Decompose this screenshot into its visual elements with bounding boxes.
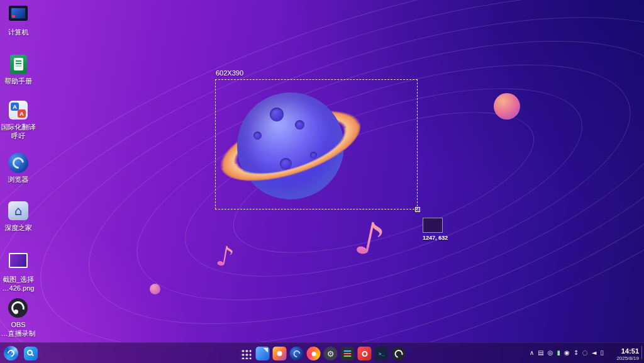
tray-expand-arrow-icon[interactable]: ∧ [530, 350, 534, 356]
search-button[interactable] [24, 347, 38, 360]
icon-label: …426.png [0, 284, 36, 293]
desktop-icon-deepin-home[interactable]: ⌂ 深度之家 [0, 201, 36, 232]
desktop-icon-obs[interactable]: OBS …直播录制 [0, 298, 36, 338]
deepin-logo-icon [6, 349, 16, 359]
desktop-icon-help-manual[interactable]: 帮助手册 [0, 54, 36, 86]
screenshot-selection-rect[interactable] [215, 79, 418, 209]
pixel-magnifier-preview [423, 218, 443, 233]
dock-file-manager-button[interactable] [256, 347, 270, 360]
terminal-icon: >_ [379, 351, 385, 357]
desktop-icon-screenshot-file[interactable]: 截图_选择 …426.png [0, 250, 36, 293]
tray-sync-icon[interactable]: ↕ [574, 350, 579, 356]
selection-size-label: 602X390 [216, 69, 243, 77]
icon-label: OBS [0, 320, 36, 329]
tray-usb-icon[interactable]: ◌ [582, 350, 588, 356]
music-icon [362, 351, 367, 357]
selection-resize-handle[interactable] [415, 207, 420, 212]
desktop-icon-i18n-translation[interactable]: AA 国际化翻译 呼吁 [0, 100, 36, 141]
computer-icon [9, 6, 28, 21]
dock-browser-button[interactable] [290, 347, 304, 360]
icon-label: 浏览器 [0, 175, 36, 184]
cursor-coordinates-label: 1247, 632 [423, 235, 448, 241]
app-store-icon [311, 352, 316, 356]
dock-obs-button[interactable] [392, 347, 406, 360]
dock-control-center-button[interactable]: ⚙ [324, 347, 338, 360]
decoration-sphere [494, 93, 520, 120]
home-icon: ⌂ [8, 201, 28, 220]
tray-clipboard-icon[interactable]: ▤ [538, 350, 543, 356]
obs-icon [8, 298, 28, 318]
dock-terminal-button[interactable]: >_ [375, 347, 389, 360]
system-tray: ∧ ▤ ◎ ▮ ◉ ↕ ◌ ◄ ▯ [530, 342, 604, 363]
icon-label: 帮助手册 [0, 77, 36, 86]
icon-label: 国际化翻译 [0, 123, 36, 131]
translation-icon: AA [9, 101, 28, 120]
time-label: 14:51 [616, 347, 639, 355]
browser-icon [8, 153, 28, 173]
obs-icon [393, 348, 404, 359]
date-label: 2025/8/19 [616, 355, 639, 361]
icon-label: 截图_选择 [0, 275, 36, 284]
tray-battery-icon[interactable]: ▮ [557, 350, 560, 356]
dock-app-grid-button[interactable] [239, 347, 253, 360]
icon-label: 计算机 [0, 28, 36, 36]
help-book-icon [10, 55, 27, 74]
gear-icon: ⚙ [327, 349, 335, 359]
icon-label: …直播录制 [0, 329, 36, 338]
grid-icon [240, 349, 251, 359]
tray-network-icon[interactable]: ◉ [564, 350, 570, 356]
desktop-icon-computer[interactable]: 计算机 [0, 4, 36, 36]
desktop-icon-browser[interactable]: 浏览器 [0, 153, 36, 184]
tray-power-icon[interactable]: ▯ [600, 350, 604, 356]
icon-label: 呼吁 [0, 131, 36, 140]
dock-photos-button[interactable] [273, 347, 287, 360]
file-manager-icon [264, 348, 269, 353]
dock-app-store-button[interactable] [307, 347, 321, 360]
launcher-button[interactable] [4, 346, 18, 360]
dock-editor-button[interactable] [341, 347, 355, 360]
taskbar: ⚙ >_ ∧ ▤ ◎ ▮ ◉ ↕ ◌ ◄ ▯ 14:51 2025/8/19 [0, 342, 644, 363]
photos-icon [277, 351, 282, 356]
browser-icon [292, 349, 301, 358]
show-desktop-button[interactable] [641, 346, 643, 359]
dock-music-button[interactable] [358, 347, 372, 360]
image-file-icon [9, 253, 28, 268]
clock-widget[interactable]: 14:51 2025/8/19 [616, 347, 639, 361]
decoration-sphere [150, 284, 160, 294]
tray-volume-icon[interactable]: ◄ [592, 350, 597, 356]
tray-capture-icon[interactable]: ◎ [548, 350, 553, 356]
desktop[interactable]: ♪ ♪ 602X390 1247, 632 计算机 帮助手册 AA 国际化翻译 … [0, 0, 644, 363]
icon-label: 深度之家 [0, 223, 36, 232]
search-icon [27, 350, 33, 355]
editor-icon [344, 350, 352, 352]
